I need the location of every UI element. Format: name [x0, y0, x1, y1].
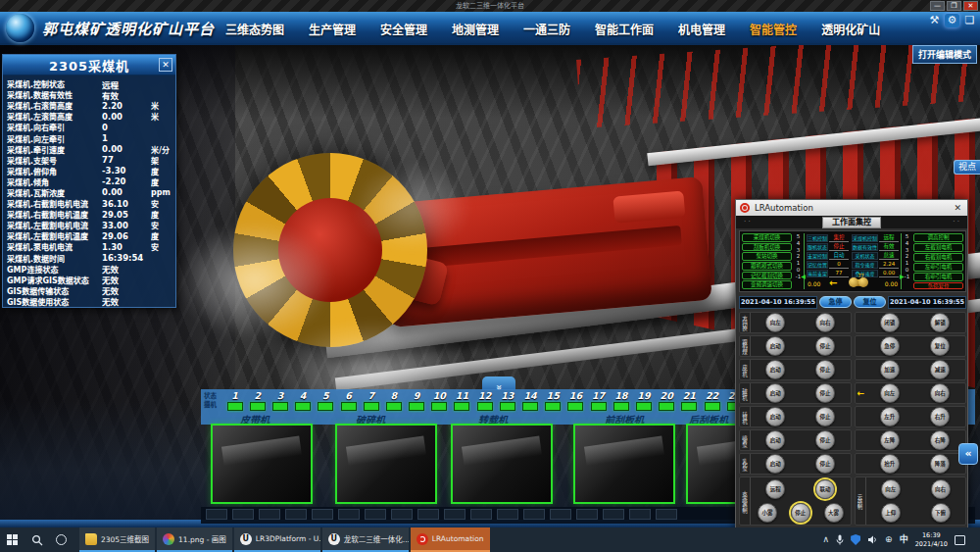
- action-button[interactable]: 向左: [880, 383, 900, 403]
- filmstrip-cell[interactable]: [338, 509, 360, 520]
- mode-button[interactable]: 采煤机切换: [742, 233, 792, 242]
- channel[interactable]: 10: [428, 390, 451, 411]
- minimize-button[interactable]: —: [930, 1, 945, 11]
- action-button[interactable]: 右降: [930, 430, 950, 450]
- channel[interactable]: 2: [246, 390, 269, 411]
- ptz-button[interactable]: 下俯: [931, 503, 951, 523]
- strip-collapse-tab[interactable]: »: [482, 376, 515, 390]
- device-button[interactable]: 向右: [815, 313, 835, 332]
- microphone-icon[interactable]: [836, 534, 844, 545]
- search-button[interactable]: [24, 527, 49, 552]
- device-button[interactable]: 启动: [765, 336, 785, 356]
- channel[interactable]: 17: [587, 390, 610, 411]
- viewpoint-tab[interactable]: 视点: [954, 160, 980, 175]
- filmstrip-cell[interactable]: [550, 509, 571, 520]
- close-icon[interactable]: ✕: [159, 58, 172, 72]
- close-button[interactable]: ✕: [963, 1, 978, 11]
- taskbar-app[interactable]: U 龙软二三维一体化...: [322, 527, 409, 552]
- taskbar-app[interactable]: U LR3DPlatform - U...: [234, 527, 320, 552]
- taskbar-app[interactable]: 11.png - 画图: [157, 527, 232, 552]
- device-button[interactable]: 停止: [815, 454, 835, 474]
- spray-button[interactable]: 联动: [815, 479, 835, 499]
- menu-item[interactable]: 机电管理: [678, 21, 725, 37]
- menu-item[interactable]: 三维态势图: [225, 21, 284, 37]
- quick-estop-button[interactable]: 急停: [819, 296, 852, 308]
- action-button[interactable]: 加速: [880, 360, 900, 379]
- ptz-button[interactable]: 向右: [931, 479, 951, 499]
- filmstrip-cell[interactable]: [285, 509, 307, 520]
- channel[interactable]: 7: [360, 390, 382, 411]
- camera-thumbnail[interactable]: [335, 424, 437, 504]
- channel[interactable]: 3: [269, 390, 291, 411]
- device-button[interactable]: 启动: [765, 430, 785, 450]
- filmstrip-cell[interactable]: [259, 509, 280, 520]
- action-button[interactable]: 左降: [880, 430, 900, 450]
- speaker-icon[interactable]: [867, 534, 878, 545]
- gear-icon[interactable]: ⚙: [945, 14, 959, 27]
- channel[interactable]: 5: [315, 390, 337, 411]
- channel[interactable]: 8: [382, 390, 405, 411]
- channel[interactable]: 19: [632, 390, 655, 411]
- mode-button[interactable]: 右截割电机: [913, 253, 963, 262]
- channel[interactable]: 21: [678, 390, 701, 411]
- notification-center-icon[interactable]: [955, 535, 965, 545]
- start-button[interactable]: [0, 527, 24, 552]
- lr-titlebar[interactable]: LRAutomation ✕: [736, 200, 967, 216]
- device-button[interactable]: 停止: [815, 383, 835, 403]
- action-button[interactable]: 闭锁: [880, 313, 900, 332]
- taskbar-app[interactable]: LRAutomation: [411, 527, 490, 552]
- action-button[interactable]: 复位: [930, 336, 950, 356]
- mode-button[interactable]: 记忆截割切换: [742, 272, 792, 280]
- channel[interactable]: 18: [610, 390, 632, 411]
- filmstrip-cell[interactable]: [391, 509, 413, 520]
- menu-item[interactable]: 透明化矿山: [821, 21, 880, 37]
- channel[interactable]: 12: [473, 390, 496, 411]
- mode-button[interactable]: 左牵引电机: [913, 263, 963, 272]
- filmstrip-cell[interactable]: [206, 509, 227, 520]
- filmstrip-cell[interactable]: [232, 509, 254, 520]
- action-button[interactable]: 解锁: [930, 313, 950, 332]
- menu-item[interactable]: 生产管理: [309, 21, 356, 37]
- device-button[interactable]: 向左: [765, 313, 785, 332]
- camera-thumbnail[interactable]: [451, 424, 553, 504]
- channel[interactable]: 14: [518, 390, 541, 411]
- spray-button[interactable]: 停止: [791, 503, 810, 523]
- security-shield-icon[interactable]: [851, 534, 860, 545]
- channel[interactable]: 4: [292, 390, 315, 411]
- camera-thumbnail[interactable]: [211, 424, 313, 504]
- panel-collapse-button[interactable]: «: [958, 443, 978, 465]
- device-button[interactable]: 停止: [815, 407, 835, 427]
- network-globe-icon[interactable]: ⊕: [885, 535, 893, 544]
- taskbar-app[interactable]: 2305三维截图: [79, 527, 155, 552]
- device-button[interactable]: 启动: [765, 360, 785, 379]
- filmstrip-cell[interactable]: [523, 509, 545, 520]
- menu-item[interactable]: 智能工作面: [595, 21, 654, 37]
- mode-button[interactable]: 刮板机切换: [742, 243, 792, 252]
- device-button[interactable]: 停止: [815, 336, 835, 356]
- spray-button[interactable]: 大雾: [824, 503, 844, 523]
- action-button[interactable]: 向右: [930, 383, 950, 403]
- device-button[interactable]: 启动: [765, 454, 785, 474]
- channel[interactable]: 15: [542, 390, 564, 411]
- spray-button[interactable]: 小雾: [758, 503, 777, 523]
- device-button[interactable]: 启动: [765, 383, 785, 403]
- filmstrip-cell[interactable]: [365, 509, 386, 520]
- menu-item[interactable]: 一通三防: [523, 21, 570, 37]
- mode-button[interactable]: 左截割电机: [913, 243, 963, 252]
- channel[interactable]: 11: [451, 390, 473, 411]
- device-button[interactable]: 停止: [815, 430, 835, 450]
- shearer-position-slider[interactable]: 77: [853, 279, 864, 286]
- fullscreen-icon[interactable]: ❏: [962, 14, 977, 27]
- filmstrip-cell[interactable]: [656, 509, 677, 520]
- channel[interactable]: 6: [337, 390, 360, 411]
- action-button[interactable]: 左升: [880, 407, 900, 427]
- mode-button[interactable]: 右牵引电机: [913, 273, 963, 281]
- mode-button[interactable]: 变频调速切换: [742, 280, 792, 289]
- ime-indicator[interactable]: 中: [900, 535, 908, 544]
- mode-button[interactable]: 泵站切换: [742, 252, 792, 261]
- menu-item[interactable]: 地测管理: [452, 21, 499, 37]
- menu-item[interactable]: 安全管理: [380, 21, 427, 37]
- channel[interactable]: 13: [496, 390, 518, 411]
- action-button[interactable]: 减速: [930, 360, 950, 379]
- filmstrip-cell[interactable]: [629, 509, 651, 520]
